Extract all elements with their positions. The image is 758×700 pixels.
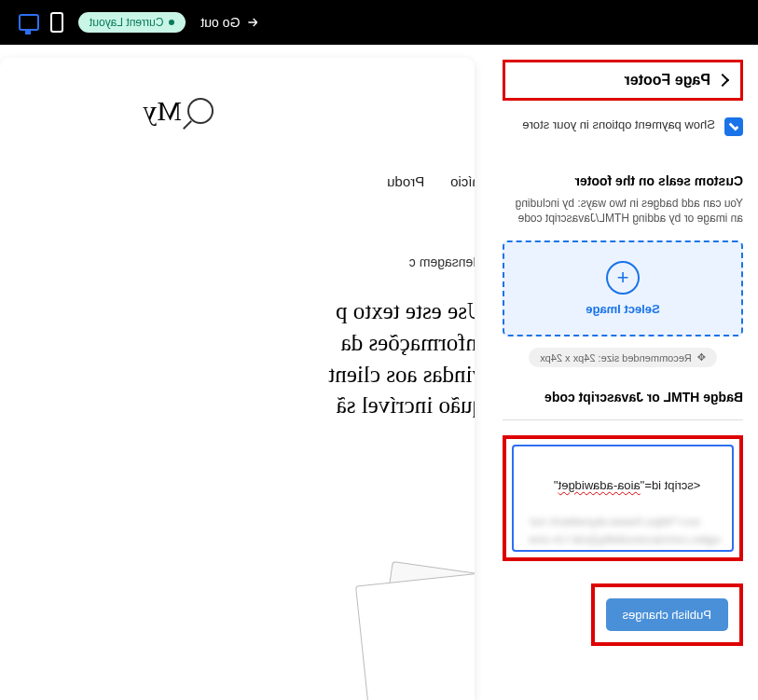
badge-code-textarea[interactable]: <script id="aioa-adawidget" src="https:/… xyxy=(512,445,734,552)
go-out-button[interactable]: Go out xyxy=(200,15,260,30)
store-nav: Início Produ xyxy=(28,173,475,189)
badge-code-title: Badge HTML or Javascript code xyxy=(503,390,743,405)
page-footer-header[interactable]: Page Footer xyxy=(503,60,743,101)
nav-products[interactable]: Produ xyxy=(387,173,424,189)
message-label: Mensagem c xyxy=(28,254,475,269)
store-preview: My Início Produ Mensagem c Use este text… xyxy=(0,58,475,700)
store-title: My xyxy=(143,95,182,127)
publish-highlight-box: Publish changes xyxy=(591,583,743,646)
arrow-left-icon xyxy=(245,15,260,30)
custom-seals-desc: You can add badges in two ways: by inclu… xyxy=(503,196,743,226)
show-payment-checkbox[interactable] xyxy=(724,117,743,136)
go-out-label: Go out xyxy=(200,15,240,30)
hero-text: Use este texto p informações da vindas a… xyxy=(28,295,475,421)
search-icon[interactable] xyxy=(187,98,214,124)
code-highlight-box: <script id="aioa-adawidget" src="https:/… xyxy=(503,435,743,561)
current-layout-badge: Current Layout xyxy=(78,12,186,33)
page-footer-title: Page Footer xyxy=(625,72,710,89)
desktop-preview-icon[interactable] xyxy=(19,14,39,31)
select-image-label: Select Image xyxy=(586,302,660,316)
custom-seals-title: Custom seals on the footer xyxy=(503,173,743,188)
publish-button[interactable]: Publish changes xyxy=(606,598,728,631)
mobile-preview-icon[interactable] xyxy=(50,12,63,33)
select-image-button[interactable]: + Select Image xyxy=(503,240,743,336)
nav-home[interactable]: Início xyxy=(450,173,475,189)
move-icon: ✥ xyxy=(697,351,706,364)
plus-icon: + xyxy=(606,261,640,295)
divider xyxy=(503,419,743,420)
show-payment-label: Show payment options in your store xyxy=(522,117,715,133)
chevron-left-icon xyxy=(716,74,729,87)
preview-card-stack xyxy=(355,572,475,700)
recommended-size-badge: ✥ Recommended size: 24px x 24px xyxy=(529,348,717,367)
